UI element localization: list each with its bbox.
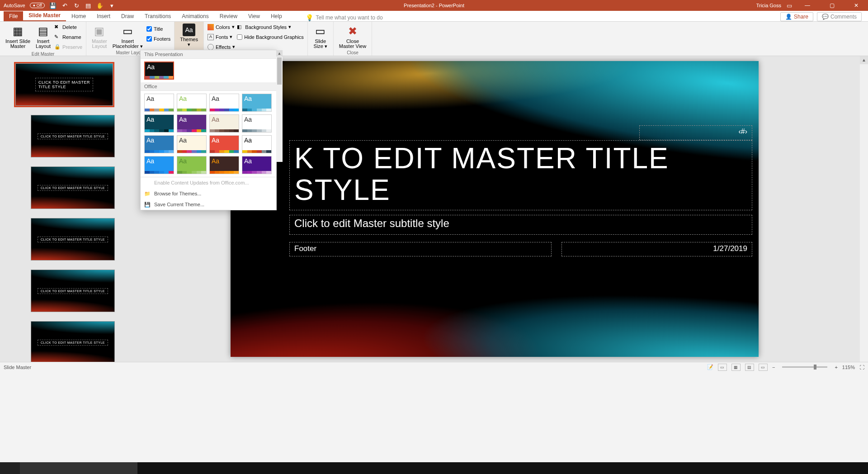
slide-thumbnail-panel[interactable]: CLICK TO EDIT MASTER TITLE STYLE CLICK T… xyxy=(0,56,121,362)
placeholder-slide-number[interactable]: ‹#› xyxy=(639,125,752,140)
theme-swatch[interactable]: Aa xyxy=(177,94,207,112)
placeholder-date[interactable]: 1/27/2019 xyxy=(561,242,752,256)
theme-swatch[interactable]: Aa xyxy=(144,94,174,112)
colors-button[interactable]: Colors ▾ xyxy=(208,23,235,31)
theme-swatch[interactable]: Aa xyxy=(242,156,272,174)
insert-layout-button[interactable]: ▤ Insert Layout xyxy=(34,23,52,50)
save-icon[interactable]: 💾 xyxy=(49,2,57,9)
preserve-icon: 🔒 xyxy=(54,44,61,50)
slide-size-button[interactable]: ▭ Slide Size ▾ xyxy=(311,23,330,50)
minimize-button[interactable]: — xyxy=(797,0,817,11)
theme-swatch[interactable]: Aa xyxy=(209,94,239,112)
group-label-size xyxy=(311,50,330,56)
zoom-out-button[interactable]: − xyxy=(772,365,775,370)
placeholder-title[interactable]: K TO EDIT MASTER TITLE STYLE xyxy=(289,140,752,210)
notes-button[interactable]: 📝 xyxy=(707,364,713,370)
close-button[interactable]: ✕ xyxy=(846,0,866,11)
theme-color-strip xyxy=(210,150,239,153)
tab-view[interactable]: View xyxy=(243,11,265,21)
touch-mode-icon[interactable]: ✋ xyxy=(96,2,104,9)
autosave-toggle[interactable]: ● Off xyxy=(30,3,45,8)
theme-color-strip xyxy=(145,109,174,111)
theme-swatch[interactable]: Aa xyxy=(209,156,239,174)
placeholder-subtitle[interactable]: Click to edit Master subtitle style xyxy=(289,215,752,235)
zoom-slider[interactable] xyxy=(782,366,827,368)
theme-swatch[interactable]: Aa xyxy=(209,114,239,133)
vertical-scrollbar[interactable]: ▲ xyxy=(860,56,868,362)
present-icon[interactable]: ▤ xyxy=(85,2,92,9)
preserve-button[interactable]: 🔒Preserve xyxy=(54,43,82,51)
share-button[interactable]: 👤Share xyxy=(780,12,813,21)
theme-swatch[interactable]: Aa xyxy=(144,135,174,153)
theme-color-strip xyxy=(177,150,206,153)
taskbar-search[interactable] xyxy=(20,462,137,474)
layout-thumbnail-2[interactable]: CLICK TO EDIT MASTER TITLE STYLE xyxy=(31,166,115,209)
close-master-view-button[interactable]: ✖ Close Master View xyxy=(337,23,368,50)
tab-file[interactable]: File xyxy=(4,11,23,21)
layout-thumbnail-5[interactable]: CLICK TO EDIT MASTER TITLE STYLE xyxy=(31,321,115,362)
scroll-up-icon[interactable]: ▲ xyxy=(860,56,868,64)
slide-canvas[interactable]: ‹#› K TO EDIT MASTER TITLE STYLE Click t… xyxy=(231,61,759,357)
insert-placeholder-button[interactable]: ▭ Insert Placeholder ▾ xyxy=(111,23,145,50)
scroll-up-icon[interactable]: ▲ xyxy=(276,50,283,57)
theme-swatch[interactable]: Aa xyxy=(144,114,174,133)
reading-view-button[interactable]: ▤ xyxy=(745,364,754,371)
tab-home[interactable]: Home xyxy=(66,11,91,21)
theme-swatch[interactable]: Aa xyxy=(242,135,272,153)
undo-icon[interactable]: ↶ xyxy=(61,2,68,9)
theme-swatch[interactable]: Aa xyxy=(209,135,239,153)
zoom-in-button[interactable]: + xyxy=(835,365,837,370)
fonts-button[interactable]: AFonts ▾ xyxy=(208,33,235,41)
save-current-theme[interactable]: 💾Save Current Theme... xyxy=(141,199,276,210)
slideshow-view-button[interactable]: ▭ xyxy=(759,364,768,371)
zoom-handle[interactable] xyxy=(814,365,816,370)
browse-for-themes[interactable]: 📁Browse for Themes... xyxy=(141,188,276,199)
layout-thumbnail-1[interactable]: CLICK TO EDIT MASTER TITLE STYLE xyxy=(31,115,115,157)
folder-icon: 📁 xyxy=(144,191,151,197)
sorter-view-button[interactable]: ▦ xyxy=(731,364,741,371)
tell-me-search[interactable]: 💡 Tell me what you want to do xyxy=(306,14,383,21)
themes-button[interactable]: Aa Themes▾ xyxy=(178,23,200,48)
scrollbar-thumb[interactable] xyxy=(277,57,282,85)
start-button[interactable] xyxy=(0,462,20,474)
theme-swatch[interactable]: Aa xyxy=(177,114,207,133)
ribbon-display-icon[interactable]: ▭ xyxy=(786,2,793,9)
title-checkbox[interactable]: Title xyxy=(146,24,170,33)
fit-to-window-button[interactable]: ⛶ xyxy=(859,365,864,370)
insert-slide-master-button[interactable]: ▦ Insert Slide Master xyxy=(4,23,32,50)
layout-thumbnail-4[interactable]: CLICK TO EDIT MASTER TITLE STYLE xyxy=(31,270,115,312)
tab-slide-master[interactable]: Slide Master xyxy=(23,10,66,21)
layout-thumbnail-3[interactable]: CLICK TO EDIT MASTER TITLE STYLE xyxy=(31,218,115,261)
maximize-button[interactable]: ▢ xyxy=(822,0,842,11)
tab-insert[interactable]: Insert xyxy=(91,11,116,21)
group-close: ✖ Close Master View Close xyxy=(334,22,372,56)
normal-view-button[interactable]: ▭ xyxy=(718,364,727,371)
rename-button[interactable]: ✎Rename xyxy=(54,33,82,41)
theme-swatch[interactable]: Aa xyxy=(144,156,174,174)
zoom-percentage[interactable]: 115% xyxy=(842,365,855,370)
comments-button[interactable]: 💬Comments xyxy=(817,12,862,21)
theme-swatch[interactable]: Aa xyxy=(144,62,174,80)
delete-button[interactable]: ✖Delete xyxy=(54,23,82,31)
bg-styles-button[interactable]: ◧Background Styles ▾ xyxy=(237,23,303,31)
theme-aa-label: Aa xyxy=(210,115,239,123)
theme-aa-label: Aa xyxy=(242,94,271,102)
themes-scrollbar[interactable]: ▲ xyxy=(276,50,283,162)
hide-bg-checkbox[interactable]: Hide Background Graphics xyxy=(237,33,303,41)
user-name[interactable]: Tricia Goss xyxy=(756,3,781,8)
theme-swatch[interactable]: Aa xyxy=(242,114,272,133)
tab-review[interactable]: Review xyxy=(214,11,243,21)
tab-draw[interactable]: Draw xyxy=(116,11,139,21)
qat-more-icon[interactable]: ▾ xyxy=(108,2,115,9)
master-layout-button[interactable]: ▣ Master Layout xyxy=(90,23,109,50)
placeholder-footer[interactable]: Footer xyxy=(289,242,552,256)
theme-swatch[interactable]: Aa xyxy=(177,135,207,153)
theme-swatch[interactable]: Aa xyxy=(177,156,207,174)
tab-transitions[interactable]: Transitions xyxy=(139,11,176,21)
tab-animations[interactable]: Animations xyxy=(176,11,214,21)
master-slide-thumbnail[interactable]: CLICK TO EDIT MASTER TITLE STYLE xyxy=(15,63,113,106)
theme-swatch[interactable]: Aa xyxy=(242,94,272,112)
footers-checkbox[interactable]: Footers xyxy=(146,34,170,43)
redo-icon[interactable]: ↻ xyxy=(73,2,80,9)
tab-help[interactable]: Help xyxy=(265,11,288,21)
